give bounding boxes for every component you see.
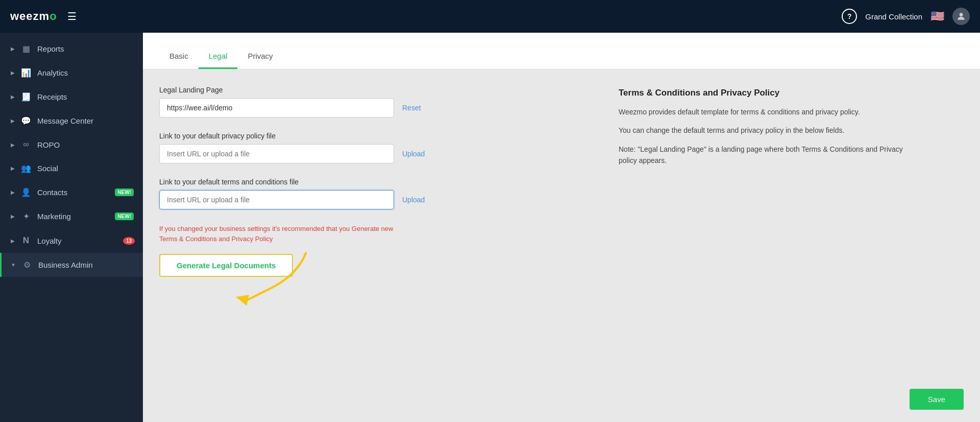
logo-text: weezmo xyxy=(10,10,57,23)
contacts-arrow-icon: ▶ xyxy=(11,190,15,195)
sidebar-label-receipts: Receipts xyxy=(37,92,134,101)
tab-legal[interactable]: Legal xyxy=(199,52,238,69)
ropo-icon: ∞ xyxy=(21,140,31,149)
sidebar-label-reports: Reports xyxy=(37,44,134,53)
info-title: Terms & Conditions and Privacy Policy xyxy=(619,88,904,98)
privacy-policy-group: Link to your default privacy policy file… xyxy=(159,132,598,163)
message-center-icon: 💬 xyxy=(21,116,31,126)
privacy-policy-label: Link to your default privacy policy file xyxy=(159,132,598,140)
user-avatar[interactable] xyxy=(952,8,970,25)
sidebar-item-loyalty[interactable]: ▶ N Loyalty 13 xyxy=(0,228,143,253)
sidebar: ▶ ▦ Reports ▶ 📊 Analytics ▶ 🧾 Receipts ▶… xyxy=(0,33,143,422)
sidebar-item-message-center[interactable]: ▶ 💬 Message Center xyxy=(0,109,143,133)
svg-marker-1 xyxy=(236,295,249,306)
ropo-arrow-icon: ▶ xyxy=(11,142,15,148)
tab-privacy[interactable]: Privacy xyxy=(237,52,283,69)
sidebar-item-receipts[interactable]: ▶ 🧾 Receipts xyxy=(0,85,143,109)
generate-btn-area: Generate Legal Documents xyxy=(159,254,293,277)
sidebar-item-marketing[interactable]: ▶ ✦ Marketing NEW! xyxy=(0,204,143,228)
info-paragraph-3: Note: "Legal Landing Page" is a landing … xyxy=(619,144,904,167)
warning-text: If you changed your business settings it… xyxy=(159,224,394,244)
help-button[interactable]: ? xyxy=(842,9,857,24)
sidebar-label-marketing: Marketing xyxy=(37,212,109,221)
business-admin-icon: ⚙ xyxy=(22,260,32,270)
terms-input[interactable] xyxy=(159,190,394,209)
sidebar-item-business-admin[interactable]: ▼ ⚙ Business Admin xyxy=(0,253,143,277)
loyalty-icon: N xyxy=(21,236,31,246)
terms-group: Link to your default terms and condition… xyxy=(159,178,598,209)
sidebar-label-business-admin: Business Admin xyxy=(38,261,134,269)
sidebar-item-reports[interactable]: ▶ ▦ Reports xyxy=(0,37,143,61)
sidebar-label-analytics: Analytics xyxy=(37,68,134,77)
privacy-policy-input-row: Upload xyxy=(159,144,598,163)
nav-right: ? Grand Collection 🇺🇸 xyxy=(842,8,970,25)
upload-privacy-button[interactable]: Upload xyxy=(402,150,425,158)
sidebar-item-social[interactable]: ▶ 👥 Social xyxy=(0,156,143,180)
legal-landing-input-row: Reset xyxy=(159,98,598,118)
main-layout: ▶ ▦ Reports ▶ 📊 Analytics ▶ 🧾 Receipts ▶… xyxy=(0,33,980,422)
svg-point-0 xyxy=(960,13,963,16)
save-btn-wrapper: Save xyxy=(143,381,980,422)
reset-button[interactable]: Reset xyxy=(402,104,421,112)
content-body: Legal Landing Page Reset Link to your de… xyxy=(143,69,980,381)
analytics-icon: 📊 xyxy=(21,68,31,78)
org-name: Grand Collection xyxy=(865,12,922,21)
legal-landing-page-label: Legal Landing Page xyxy=(159,86,598,94)
logo-area: weezmo ☰ xyxy=(10,10,77,23)
content-wrapper: Basic Legal Privacy Legal Landing Page R… xyxy=(143,33,980,422)
form-section: Legal Landing Page Reset Link to your de… xyxy=(159,86,598,364)
tabs-container: Basic Legal Privacy xyxy=(159,33,283,69)
info-paragraph-2: You can change the default terms and pri… xyxy=(619,125,904,136)
social-arrow-icon: ▶ xyxy=(11,166,15,171)
generate-legal-documents-button[interactable]: Generate Legal Documents xyxy=(159,254,293,277)
sidebar-label-ropo: ROPO xyxy=(37,140,134,149)
loyalty-count-badge: 13 xyxy=(123,237,135,245)
business-admin-arrow-icon: ▼ xyxy=(11,262,16,268)
terms-label: Link to your default terms and condition… xyxy=(159,178,598,186)
receipts-arrow-icon: ▶ xyxy=(11,94,15,100)
content-tabs-bar: Basic Legal Privacy xyxy=(143,33,980,69)
sidebar-item-analytics[interactable]: ▶ 📊 Analytics xyxy=(0,61,143,85)
receipts-icon: 🧾 xyxy=(21,92,31,102)
sidebar-label-loyalty: Loyalty xyxy=(37,237,134,245)
legal-landing-page-group: Legal Landing Page Reset xyxy=(159,86,598,118)
terms-input-row: Upload xyxy=(159,190,598,209)
social-icon: 👥 xyxy=(21,163,31,173)
hamburger-icon[interactable]: ☰ xyxy=(67,10,77,22)
flag-icon: 🇺🇸 xyxy=(930,10,944,23)
sidebar-label-contacts: Contacts xyxy=(37,188,109,197)
top-navigation: weezmo ☰ ? Grand Collection 🇺🇸 xyxy=(0,0,980,33)
marketing-new-badge: NEW! xyxy=(115,213,134,220)
content-area: Legal Landing Page Reset Link to your de… xyxy=(143,69,980,422)
contacts-icon: 👤 xyxy=(21,187,31,197)
privacy-policy-input[interactable] xyxy=(159,144,394,163)
reports-icon: ▦ xyxy=(21,44,31,54)
sidebar-item-ropo[interactable]: ▶ ∞ ROPO xyxy=(0,133,143,156)
message-center-arrow-icon: ▶ xyxy=(11,118,15,124)
analytics-arrow-icon: ▶ xyxy=(11,70,15,76)
marketing-icon: ✦ xyxy=(21,212,31,221)
sidebar-item-contacts[interactable]: ▶ 👤 Contacts NEW! xyxy=(0,180,143,204)
legal-landing-page-input[interactable] xyxy=(159,98,394,118)
tab-basic[interactable]: Basic xyxy=(159,52,199,69)
info-paragraph-1: Weezmo provides default template for ter… xyxy=(619,106,904,118)
sidebar-label-message-center: Message Center xyxy=(37,116,134,125)
reports-arrow-icon: ▶ xyxy=(11,46,15,52)
upload-terms-button[interactable]: Upload xyxy=(402,196,425,204)
loyalty-arrow-icon: ▶ xyxy=(11,238,15,244)
marketing-arrow-icon: ▶ xyxy=(11,214,15,219)
contacts-new-badge: NEW! xyxy=(115,189,134,196)
info-section: Terms & Conditions and Privacy Policy We… xyxy=(619,86,904,364)
save-button[interactable]: Save xyxy=(910,389,964,410)
sidebar-label-social: Social xyxy=(37,164,134,173)
logo-accent: o xyxy=(50,10,57,22)
